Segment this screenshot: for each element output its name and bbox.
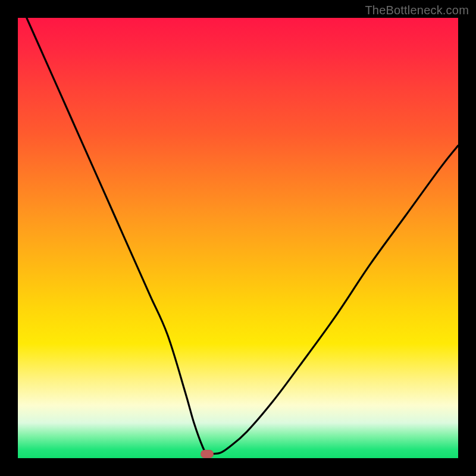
curve-svg [18, 18, 458, 458]
chart-frame: TheBottleneck.com [0, 0, 476, 476]
bottleneck-curve [27, 18, 458, 455]
optimal-point-marker [201, 450, 214, 458]
plot-area [18, 18, 458, 458]
watermark-text: TheBottleneck.com [365, 4, 469, 17]
